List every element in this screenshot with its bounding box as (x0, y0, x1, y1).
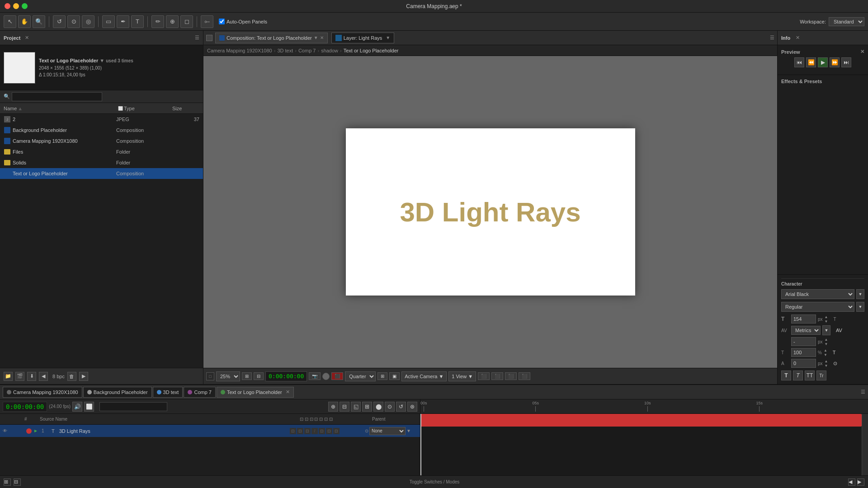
clone-tool[interactable]: ⊕ (166, 15, 179, 28)
font-size-down[interactable]: ▼ (825, 319, 828, 324)
font-style-dropdown[interactable]: ▼ (856, 302, 864, 312)
orbit-tool[interactable]: ⊙ (67, 15, 80, 28)
timeline-tab-bg[interactable]: Background Placeholder (83, 387, 152, 398)
text-style-tt[interactable]: TT (805, 371, 815, 380)
timeline-tab-3dtext[interactable]: 3D text (153, 387, 183, 398)
switch-2[interactable]: ⊡ (297, 428, 303, 434)
fast-preview-button[interactable]: ⊞ (377, 372, 387, 380)
vert-scale-down[interactable]: ▼ (824, 353, 827, 357)
composition-tab-x[interactable]: ✕ (320, 35, 324, 40)
layer-tab[interactable]: Layer: Light Rays ▼ (331, 33, 395, 43)
baseline-down[interactable]: ▼ (825, 364, 828, 368)
puppet-tool[interactable]: ⟜ (201, 15, 213, 28)
brush-tool[interactable]: ✏ (151, 15, 164, 28)
tl-preview-icon[interactable]: ⬜ (84, 402, 94, 412)
switch-4[interactable]: / (311, 428, 318, 434)
list-item[interactable]: Files Folder (0, 146, 203, 157)
baseline-up[interactable]: ▲ (825, 359, 828, 363)
tl-icon-3[interactable]: ◱ (351, 402, 361, 412)
fit-button[interactable]: ⊞ (242, 372, 252, 380)
tracking-down[interactable]: ▼ (825, 342, 828, 346)
target-tool[interactable]: ◎ (82, 15, 94, 28)
grid-button[interactable]: ⊟ (254, 372, 264, 380)
font-dropdown-arrow[interactable]: ▼ (856, 289, 864, 299)
prev-button[interactable]: ◀ (39, 372, 48, 381)
tl-icon-4[interactable]: ⊞ (362, 402, 372, 412)
kerning-dropdown[interactable]: ▼ (822, 325, 830, 335)
viewer-options-2[interactable]: ⬛ (491, 372, 503, 380)
layer-vis-icon[interactable]: 👁 (3, 428, 9, 433)
vert-scale-input[interactable] (791, 348, 816, 357)
go-start-button[interactable]: ⏮ (794, 57, 804, 67)
switch-7[interactable]: ⊡ (333, 428, 340, 434)
vert-scale-up[interactable]: ▲ (824, 348, 827, 352)
viewer-timecode[interactable]: 0:00:00:00 (265, 371, 307, 381)
switch-1[interactable]: ⊡ (290, 428, 296, 434)
exposure-button[interactable]: ⬛ (331, 372, 343, 380)
text-style-tr[interactable]: Tr (816, 371, 826, 380)
layer-play-icon[interactable]: ▶ (34, 429, 41, 433)
list-item[interactable]: Solids Folder (0, 157, 203, 168)
tracking-up[interactable]: ▲ (825, 338, 828, 342)
playhead[interactable] (420, 414, 421, 475)
project-panel-close[interactable]: ✕ (25, 35, 29, 41)
tl-icon-2[interactable]: ⊟ (340, 402, 349, 412)
timeline-tab-textlogo[interactable]: Text or Logo Placeholder ✕ (217, 387, 294, 398)
delete-button[interactable]: 🗑 (67, 372, 76, 381)
timeline-timecode[interactable]: 0:00:00:00 (3, 402, 47, 412)
list-item[interactable]: Camera Mapping 1920X1080 Composition (0, 136, 203, 146)
viewer-options-1[interactable]: ⬛ (478, 372, 490, 380)
minimize-button[interactable] (13, 3, 19, 9)
text-style-t1[interactable]: T (781, 371, 791, 380)
baseline-input[interactable] (791, 359, 816, 368)
project-search-input[interactable] (12, 92, 102, 101)
select-tool[interactable]: ↖ (4, 15, 16, 28)
timeline-tab-camera[interactable]: Camera Mapping 1920X1080 (3, 387, 82, 398)
list-item[interactable]: J 2 JPEG 37 (0, 114, 203, 125)
timeline-keyframes[interactable] (420, 414, 868, 475)
font-size-input[interactable] (791, 314, 816, 324)
font-style-select[interactable]: Regular (781, 302, 854, 312)
kerning-select[interactable]: Metrics (791, 326, 821, 335)
layer-tab-arrow[interactable]: ▼ (386, 35, 390, 40)
timeline-panel-menu[interactable]: ☰ (861, 389, 865, 395)
tab-close-icon[interactable]: ✕ (286, 389, 290, 395)
tl-icon-8[interactable]: ⊛ (407, 402, 417, 412)
parent-arrow[interactable]: ▼ (406, 428, 411, 433)
composition-tab-close[interactable]: ▼ (314, 35, 318, 40)
parent-select[interactable]: None (369, 427, 406, 435)
hand-tool[interactable]: ✋ (18, 15, 31, 28)
go-end-button[interactable]: ⏭ (841, 57, 851, 67)
play-button[interactable]: ▶ (818, 57, 828, 67)
switch-3[interactable]: ⊡ (304, 428, 311, 434)
tl-footer-btn1[interactable]: ◀ (848, 479, 855, 486)
list-item[interactable]: Text or Logo Placeholder Composition (0, 168, 203, 179)
tl-icon-1[interactable]: ⊕ (328, 402, 338, 412)
workspace-select[interactable]: Standard (829, 17, 864, 26)
layer-bar-1[interactable] (420, 414, 862, 427)
step-forward-button[interactable]: ⏩ (830, 57, 840, 67)
tl-footer-icon[interactable]: ⊞ (4, 479, 11, 486)
project-panel-menu[interactable]: ☰ (195, 35, 199, 41)
tl-audio-icon[interactable]: 🔊 (72, 402, 82, 412)
import-button[interactable]: ⬇ (27, 372, 36, 381)
font-family-select[interactable]: Arial Black (781, 289, 854, 299)
tl-footer-btn2[interactable]: ▶ (857, 479, 864, 486)
tl-icon-6[interactable]: ⊙ (385, 402, 395, 412)
step-back-button[interactable]: ⏪ (806, 57, 816, 67)
close-button[interactable] (5, 3, 10, 9)
rect-tool[interactable]: ▭ (102, 15, 115, 28)
timeline-tab-comp7[interactable]: Comp 7 (184, 387, 216, 398)
tl-icon-5[interactable]: ⬤ (373, 402, 383, 412)
tl-icon-7[interactable]: ↺ (396, 402, 406, 412)
layer-search-input[interactable] (99, 402, 167, 411)
viewer-options-4[interactable]: ⬛ (519, 372, 530, 380)
view-layout-button[interactable]: 1 View ▼ (448, 371, 476, 381)
maximize-button[interactable] (22, 3, 28, 9)
info-panel-close[interactable]: ✕ (796, 35, 800, 41)
comp-resolution-icon[interactable]: □ (206, 372, 214, 380)
active-camera-button[interactable]: Active Camera ▼ (401, 371, 447, 381)
font-size-up[interactable]: ▲ (825, 315, 828, 319)
auto-open-checkbox[interactable] (219, 19, 225, 24)
text-tool[interactable]: T (131, 15, 144, 28)
